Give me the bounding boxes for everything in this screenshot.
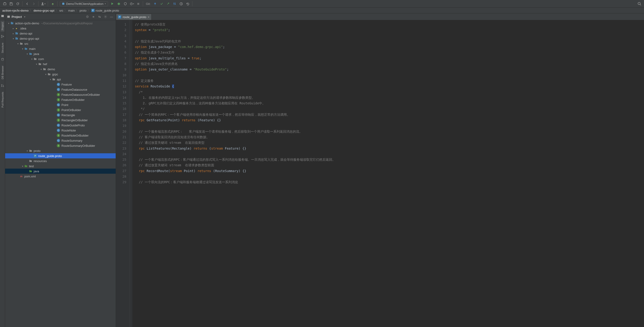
code-line[interactable]: service RouteGuide {	[135, 84, 642, 89]
code-line[interactable]	[135, 72, 642, 78]
pr-strip-icon[interactable]	[1, 84, 4, 87]
tree-arrow-icon[interactable]: ▾	[21, 48, 24, 50]
tree-arrow-icon[interactable]: ▾	[30, 58, 34, 60]
tree-row[interactable]: CFeature	[5, 82, 116, 87]
code-line[interactable]: // 一个服务端流形式的RPC： 客户端发送一个请求给服务端，然后获取到一个用户…	[135, 129, 642, 134]
tree-row[interactable]: CRouteSummary	[5, 138, 116, 143]
tree-row[interactable]: IPointOrBuilder	[5, 107, 116, 113]
code-line[interactable]: /*	[135, 89, 642, 95]
locate-icon[interactable]	[85, 14, 90, 19]
project-strip-icon[interactable]	[1, 14, 4, 18]
tree-arrow-icon[interactable]: ▾	[21, 165, 24, 167]
refresh-icon[interactable]	[15, 1, 20, 7]
editor-tab[interactable]: P route_guide.proto ×	[116, 14, 152, 20]
tree-row[interactable]: ▾demo	[5, 67, 116, 72]
run-configuration-dropdown[interactable]: DemoThriftClientApplication ▾	[60, 2, 108, 6]
tree-arrow-icon[interactable]: ▸	[12, 32, 15, 35]
code-line[interactable]: rpc ListFeatures(Rectangle) returns (str…	[135, 146, 642, 151]
breadcrumb-item[interactable]: P route_guide.proto	[91, 9, 119, 12]
tree-row[interactable]: ▾demo-grpc-api	[5, 36, 116, 41]
tool-tab-pr[interactable]: Pull Requests	[1, 91, 4, 109]
tree-row[interactable]: ▸demo-api	[5, 31, 116, 36]
tree-row[interactable]: ▾hef	[5, 62, 116, 67]
expand-icon[interactable]: ≡	[91, 14, 96, 19]
code-line[interactable]: // 指定生成Java代码的包文件	[135, 39, 642, 44]
profile-icon[interactable]: ▾	[129, 1, 134, 7]
code-line[interactable]: // 通过放置关键词 stream 在请求参数类型前面	[135, 162, 642, 168]
code-line[interactable]: 1. 在服务的内部定义rpc方法，并指定这些方法的请求参数和响应参数类型。	[135, 95, 642, 100]
code-line[interactable]: rpc GetFeature(Point) returns (Feature) …	[135, 117, 642, 123]
code-line[interactable]: syntax = "proto3";	[135, 27, 642, 33]
tree-row[interactable]: ▾test	[5, 164, 116, 169]
tree-row[interactable]: ▸▸.idea	[5, 26, 116, 31]
tree-row[interactable]: ▾src	[5, 41, 116, 46]
tree-row[interactable]: ▾java	[5, 51, 116, 56]
code-line[interactable]: // 一个双向流的RPC：客户端和服务端都通过读写流发送一系列消息	[135, 179, 642, 185]
code-line[interactable]: option java_outer_classname = "RouteGuid…	[135, 67, 642, 72]
git-commit-icon[interactable]	[159, 1, 164, 7]
minimize-icon[interactable]: —	[109, 14, 114, 19]
tree-arrow-icon[interactable]: ▾	[35, 63, 38, 65]
tree-row[interactable]: ▾proto	[5, 148, 116, 153]
tree-row[interactable]: IRouteSummaryOrBuilder	[5, 143, 116, 148]
code-line[interactable]: option java_package = "com.hef.demo.grpc…	[135, 44, 642, 50]
tree-row[interactable]: ▾main	[5, 46, 116, 51]
tree-row[interactable]: IFeatureDatasourceOrBuilder	[5, 92, 116, 97]
git-push-icon[interactable]	[165, 1, 171, 7]
breadcrumb-item[interactable]: main	[68, 9, 75, 12]
code-line[interactable]: // 使用proto3语言	[135, 22, 642, 27]
code-line[interactable]: 2. gRPC允许我们定义四种服务方法，这四种服务方法都能应用在 RouteGu…	[135, 100, 642, 106]
code-line[interactable]: */	[135, 106, 642, 112]
build-icon[interactable]	[50, 1, 56, 7]
forward-icon[interactable]	[31, 1, 36, 7]
code-line[interactable]: // 指定生成多个Java文件	[135, 50, 642, 55]
code-line[interactable]: // 指定生成Java文件的类名	[135, 61, 642, 67]
project-tree[interactable]: ▾action-rpcfx-demo~/Documents/workspace/…	[5, 20, 116, 327]
search-icon[interactable]	[636, 1, 642, 7]
tree-row[interactable]: CRectangle	[5, 113, 116, 118]
code-line[interactable]: // 一个简单的RPC：一个客户端使用存根向服务端发送一个请求，然后等待响应，就…	[135, 112, 642, 117]
tree-arrow-icon[interactable]: ▾	[26, 53, 29, 55]
close-icon[interactable]: ×	[148, 15, 150, 19]
collapse-icon[interactable]: ⇆	[97, 14, 102, 19]
debug-icon[interactable]	[116, 1, 122, 7]
code-line[interactable]: // 通过放置关键词 stream 在返回值类型	[135, 140, 642, 145]
editor-body[interactable]: 1234567891011121314151617181920212223242…	[116, 20, 644, 327]
tree-row[interactable]: ▾com	[5, 56, 116, 62]
tool-tab-structure[interactable]: Structure	[1, 41, 4, 55]
breadcrumb-item[interactable]: proto	[80, 9, 86, 12]
tree-row[interactable]: IRouteNoteOrBuilder	[5, 133, 116, 138]
git-compare-icon[interactable]	[172, 1, 177, 7]
coverage-icon[interactable]	[122, 1, 128, 7]
code-line[interactable]: rpc RecordRoute(stream Point) returns (R…	[135, 168, 642, 174]
tool-tab-db[interactable]: DB Browser	[1, 64, 4, 81]
db-strip-icon[interactable]	[1, 58, 4, 61]
structure-strip-icon[interactable]	[1, 35, 4, 38]
breadcrumb-item[interactable]: demo-grpc-api	[34, 9, 54, 12]
tree-row[interactable]: CRouteNote	[5, 128, 116, 133]
stop-icon[interactable]	[136, 1, 141, 7]
settings-icon[interactable]	[103, 14, 108, 19]
tree-arrow-icon[interactable]: ▾	[7, 22, 10, 25]
tree-row[interactable]: CRouteGuideProto	[5, 123, 116, 128]
git-update-icon[interactable]	[152, 1, 158, 7]
run-icon[interactable]	[110, 1, 115, 7]
tree-arrow-icon[interactable]: ▾	[49, 78, 52, 81]
breadcrumb-item[interactable]: action-rpcfx-demo	[2, 9, 28, 12]
back-icon[interactable]	[24, 1, 30, 7]
chevron-down-icon[interactable]: ▾	[24, 16, 25, 18]
code-line[interactable]	[135, 151, 642, 157]
open-icon[interactable]	[2, 1, 8, 7]
tree-arrow-icon[interactable]: ▾	[12, 37, 15, 40]
save-icon[interactable]	[8, 1, 14, 7]
tree-row[interactable]: resources	[5, 158, 116, 164]
tree-arrow-icon[interactable]: ▾	[40, 68, 43, 71]
git-rollback-icon[interactable]	[185, 1, 190, 7]
tree-arrow-icon[interactable]: ▾	[44, 73, 47, 76]
tree-row[interactable]: ▾grpc	[5, 72, 116, 77]
tree-row[interactable]: CPoint	[5, 102, 116, 107]
code-line[interactable]: // 客户端读取返回消息的流知道没有任何数据。	[135, 134, 642, 140]
user-icon[interactable]: ▾	[40, 1, 46, 7]
code-line[interactable]	[135, 174, 642, 179]
tree-row[interactable]: ▾api	[5, 77, 116, 82]
